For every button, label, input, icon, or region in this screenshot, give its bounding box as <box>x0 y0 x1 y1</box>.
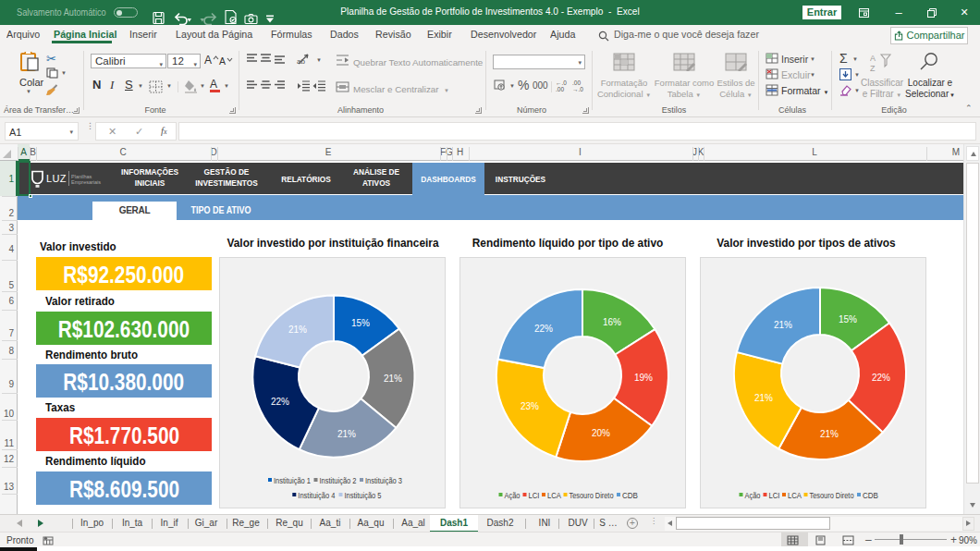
svg-text:LCA: LCA <box>547 491 561 500</box>
svg-text:23%: 23% <box>521 401 539 411</box>
svg-text:19%: 19% <box>634 373 653 383</box>
svg-text:LCA: LCA <box>788 491 802 500</box>
svg-text:.00: .00 <box>572 80 581 86</box>
svg-text:Tesouro Direto: Tesouro Direto <box>570 491 614 500</box>
svg-text:21%: 21% <box>288 324 307 335</box>
svg-text:Ação: Ação <box>745 491 761 500</box>
svg-text:→.0: →.0 <box>572 86 583 92</box>
svg-text:CDB: CDB <box>622 491 638 500</box>
svg-text:21%: 21% <box>754 393 773 403</box>
svg-text:ab: ab <box>297 57 305 66</box>
svg-text:.00: .00 <box>556 86 564 92</box>
svg-text:Instituição 2: Instituição 2 <box>320 476 357 485</box>
svg-text:Tesouro Direto: Tesouro Direto <box>810 491 854 500</box>
svg-text:21%: 21% <box>774 320 792 330</box>
svg-text:22%: 22% <box>872 373 890 383</box>
svg-text:21%: 21% <box>337 429 356 439</box>
svg-text:22%: 22% <box>534 324 553 334</box>
svg-text:Instituição 5: Instituição 5 <box>345 491 382 500</box>
svg-text:A: A <box>870 54 876 63</box>
svg-text:21%: 21% <box>384 373 402 384</box>
svg-text:←.0: ←.0 <box>556 80 567 86</box>
svg-text:LCI: LCI <box>769 491 780 500</box>
svg-text:CDB: CDB <box>863 491 878 500</box>
svg-text:Instituição 3: Instituição 3 <box>365 476 402 485</box>
svg-text:Ação: Ação <box>505 491 521 500</box>
svg-text:20%: 20% <box>592 428 610 438</box>
svg-text:Instituição 4: Instituição 4 <box>298 491 335 500</box>
svg-text:16%: 16% <box>603 317 621 327</box>
svg-text:22%: 22% <box>271 397 289 407</box>
svg-text:Z: Z <box>870 64 876 72</box>
svg-text:LCI: LCI <box>529 491 540 500</box>
svg-text:Instituição 1: Instituição 1 <box>274 476 311 485</box>
svg-text:21%: 21% <box>820 429 839 439</box>
svg-text:15%: 15% <box>351 318 370 328</box>
svg-text:15%: 15% <box>839 314 857 324</box>
